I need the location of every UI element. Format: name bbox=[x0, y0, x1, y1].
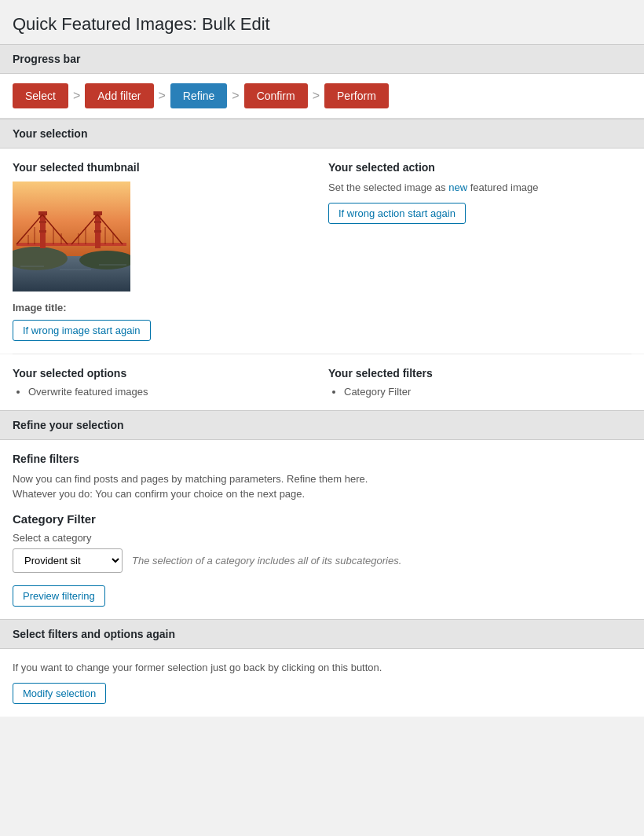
action-desc-part1: Set the selected image as bbox=[328, 182, 448, 193]
refine-header: Refine your selection bbox=[0, 410, 644, 440]
option-item-1: Overwrite featured images bbox=[28, 386, 316, 398]
separator-4: > bbox=[311, 89, 321, 103]
step-refine-button[interactable]: Refine bbox=[170, 83, 227, 108]
preview-filtering-button[interactable]: Preview filtering bbox=[13, 585, 105, 607]
separator-3: > bbox=[230, 89, 240, 103]
wrong-action-button[interactable]: If wrong action start again bbox=[328, 203, 466, 224]
progress-steps: Select > Add filter > Refine > Confirm >… bbox=[13, 83, 631, 108]
refine-desc-2: Whatever you do: You can confirm your ch… bbox=[13, 488, 631, 500]
action-col: Your selected action Set the selected im… bbox=[328, 161, 631, 341]
filter-item-1: Category Filter bbox=[344, 386, 631, 398]
selected-filters-title: Your selected filters bbox=[328, 367, 631, 380]
category-select[interactable]: Provident sit Uncategorized News Blog bbox=[13, 548, 123, 573]
refine-desc-1: Now you can find posts and pages by matc… bbox=[13, 473, 631, 485]
select-filters-section: Select filters and options again If you … bbox=[0, 619, 644, 717]
action-description: Set the selected image as new featured i… bbox=[328, 182, 631, 193]
your-selection-header: Your selection bbox=[0, 119, 644, 148]
action-desc-part2: featured image bbox=[467, 182, 538, 193]
filters-list: Category Filter bbox=[328, 386, 631, 398]
step-select-button[interactable]: Select bbox=[13, 83, 68, 108]
your-selection-section: Your selection Your selected thumbnail bbox=[0, 119, 644, 410]
page-title: Quick Featured Images: Bulk Edit bbox=[0, 0, 644, 44]
category-hint: The selection of a category includes all… bbox=[132, 555, 401, 566]
svg-rect-12 bbox=[94, 230, 101, 233]
options-list: Overwrite featured images bbox=[13, 386, 316, 398]
thumbnail-image bbox=[13, 182, 316, 294]
thumbnail-col: Your selected thumbnail bbox=[13, 161, 316, 341]
refine-section: Refine your selection Refine filters Now… bbox=[0, 410, 644, 619]
progress-bar-section: Progress bar Select > Add filter > Refin… bbox=[0, 44, 644, 119]
filters-description: If you want to change your former select… bbox=[13, 662, 631, 673]
modify-selection-button[interactable]: Modify selection bbox=[13, 683, 106, 704]
step-perform-button[interactable]: Perform bbox=[324, 83, 389, 108]
svg-rect-11 bbox=[94, 221, 101, 223]
wrong-image-button[interactable]: If wrong image start again bbox=[13, 320, 151, 341]
separator-1: > bbox=[71, 89, 82, 103]
refine-body: Refine filters Now you can find posts an… bbox=[0, 440, 644, 619]
selection-grid: Your selected thumbnail bbox=[0, 148, 644, 354]
thumbnail-title: Your selected thumbnail bbox=[13, 161, 316, 174]
image-title-label: Image title: bbox=[13, 302, 316, 314]
progress-bar-body: Select > Add filter > Refine > Confirm >… bbox=[0, 74, 644, 119]
options-grid: Your selected options Overwrite featured… bbox=[0, 354, 644, 410]
separator-2: > bbox=[157, 89, 167, 103]
selected-options-title: Your selected options bbox=[13, 367, 316, 380]
refine-desc-1-text: Now you can find posts and pages by matc… bbox=[13, 473, 368, 485]
category-row: Provident sit Uncategorized News Blog Th… bbox=[13, 548, 631, 573]
step-add-filter-button[interactable]: Add filter bbox=[85, 83, 153, 108]
selected-filters-col: Your selected filters Category Filter bbox=[328, 367, 631, 398]
action-title: Your selected action bbox=[328, 161, 631, 174]
refine-subtitle: Refine filters bbox=[13, 453, 631, 465]
select-filters-header: Select filters and options again bbox=[0, 619, 644, 649]
selected-options-col: Your selected options Overwrite featured… bbox=[13, 367, 316, 398]
step-confirm-button[interactable]: Confirm bbox=[244, 83, 308, 108]
category-filter-title: Category Filter bbox=[13, 512, 631, 526]
svg-rect-8 bbox=[39, 230, 46, 233]
progress-bar-header: Progress bar bbox=[0, 44, 644, 74]
select-filters-body: If you want to change your former select… bbox=[0, 649, 644, 717]
svg-rect-7 bbox=[39, 221, 46, 223]
category-label: Select a category bbox=[13, 532, 631, 544]
action-desc-highlight: new bbox=[448, 182, 467, 193]
